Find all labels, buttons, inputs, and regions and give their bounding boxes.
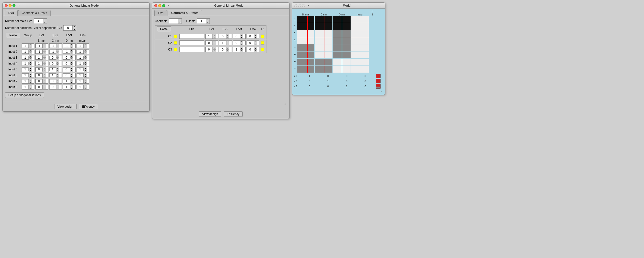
ev2-1-down[interactable]: ▼ <box>56 46 59 48</box>
ev1-8-spinner[interactable]: ▲▼ <box>35 84 48 90</box>
ev4-8-up[interactable]: ▲ <box>84 85 87 87</box>
ev2-4-input[interactable] <box>49 62 56 66</box>
ev3-1-down[interactable]: ▼ <box>70 46 73 48</box>
ev3-8-down[interactable]: ▼ <box>70 87 73 89</box>
ev1-2-down[interactable]: ▼ <box>43 52 46 54</box>
group-3-down[interactable]: ▼ <box>29 58 32 60</box>
group-4-input[interactable] <box>22 62 29 66</box>
ev4-2-spinner[interactable]: ▲▼ <box>76 49 89 54</box>
tab-evs-2[interactable]: EVs <box>154 10 167 16</box>
group-4-spinner[interactable]: ▲▼ <box>22 61 34 66</box>
ev3-5-input[interactable] <box>63 68 70 71</box>
view-design-button-2[interactable]: View design <box>199 111 221 117</box>
c1-ev4-input[interactable] <box>247 34 254 38</box>
group-7-up[interactable]: ▲ <box>29 79 32 81</box>
ev3-1-up[interactable]: ▲ <box>70 44 73 46</box>
ev2-3-input[interactable] <box>49 56 56 60</box>
c2-ev3-spinner[interactable]: ▲▼ <box>233 40 246 45</box>
group-6-down[interactable]: ▼ <box>29 75 32 78</box>
group-3-up[interactable]: ▲ <box>29 56 32 58</box>
c2-ev1-spinner[interactable]: ▲▼ <box>205 40 218 45</box>
group-2-down[interactable]: ▼ <box>29 52 32 54</box>
add-evs-spinner[interactable]: 0 ▲ ▼ <box>63 25 76 31</box>
contrasts-down[interactable]: ▼ <box>178 21 182 24</box>
group-5-spinner[interactable]: ▲▼ <box>22 67 34 72</box>
c2-ev4-input[interactable] <box>247 41 254 45</box>
ev3-4-up[interactable]: ▲ <box>70 61 73 64</box>
group-3-input[interactable] <box>22 56 29 60</box>
ev3-5-down[interactable]: ▼ <box>70 70 73 72</box>
c3-ev4-up[interactable]: ▲ <box>254 47 257 50</box>
setup-ortho-button[interactable]: Setup orthogonalisations <box>5 92 44 98</box>
contrast-title-input-3[interactable] <box>179 47 204 52</box>
ev2-3-spinner[interactable]: ▲▼ <box>49 55 62 60</box>
ev3-4-input[interactable] <box>63 62 70 66</box>
c3-ev3-spinner[interactable]: ▲▼ <box>233 47 246 52</box>
ev2-4-up[interactable]: ▲ <box>56 61 59 64</box>
ev4-4-input[interactable] <box>77 62 84 66</box>
c2-ev1-input[interactable] <box>206 41 212 45</box>
ev1-7-spinner[interactable]: ▲▼ <box>35 79 48 84</box>
ev3-7-down[interactable]: ▼ <box>70 81 73 84</box>
c3-ev3-up[interactable]: ▲ <box>240 47 243 50</box>
group-1-up[interactable]: ▲ <box>29 44 32 46</box>
minimize-button-2[interactable] <box>158 4 161 7</box>
ev2-5-spinner[interactable]: ▲▼ <box>49 67 62 72</box>
ev1-4-down[interactable]: ▼ <box>43 64 46 66</box>
tab-evs-1[interactable]: EVs <box>5 10 18 16</box>
group-8-down[interactable]: ▼ <box>29 87 32 89</box>
ev2-6-spinner[interactable]: ▲▼ <box>49 73 62 78</box>
ev2-2-input[interactable] <box>49 50 56 54</box>
close-button-1[interactable] <box>5 4 8 7</box>
c1-ev1-up[interactable]: ▲ <box>213 34 216 36</box>
ev3-8-up[interactable]: ▲ <box>70 85 73 87</box>
yellow-sq-1[interactable] <box>173 33 178 40</box>
ev1-8-down[interactable]: ▼ <box>43 87 46 89</box>
c2-ev4-spinner[interactable]: ▲▼ <box>246 40 259 45</box>
ev4-7-down[interactable]: ▼ <box>84 81 87 84</box>
ev3-6-input[interactable] <box>63 73 70 77</box>
ev4-8-spinner[interactable]: ▲▼ <box>76 84 89 90</box>
ftests-down[interactable]: ▼ <box>206 21 210 24</box>
c3-ev2-spinner[interactable]: ▲▼ <box>219 47 232 52</box>
ev2-6-up[interactable]: ▲ <box>56 73 59 75</box>
ev2-1-input[interactable] <box>49 44 56 48</box>
view-design-button-1[interactable]: View design <box>54 104 76 110</box>
c2-ev2-spinner[interactable]: ▲▼ <box>219 40 232 45</box>
ev3-1-input[interactable] <box>63 44 70 48</box>
ev1-5-up[interactable]: ▲ <box>43 67 46 70</box>
contrasts-spinner[interactable]: 3 ▲ ▼ <box>169 18 182 24</box>
c3-ev1-spinner[interactable]: ▲▼ <box>205 47 218 52</box>
group-6-up[interactable]: ▲ <box>29 73 32 75</box>
ev4-8-input[interactable] <box>77 85 84 89</box>
group-4-up[interactable]: ▲ <box>29 61 32 64</box>
ev1-3-up[interactable]: ▲ <box>43 56 46 58</box>
maximize-button-3[interactable] <box>302 4 305 7</box>
ev3-8-input[interactable] <box>63 85 70 89</box>
group-8-up[interactable]: ▲ <box>29 85 32 87</box>
yellow-sq-2[interactable] <box>173 40 178 46</box>
c1-ev2-input[interactable] <box>219 34 226 38</box>
ev2-5-down[interactable]: ▼ <box>56 70 59 72</box>
c2-ev3-input[interactable] <box>233 41 240 45</box>
ev4-2-input[interactable] <box>77 50 84 54</box>
ev4-6-spinner[interactable]: ▲▼ <box>76 73 89 78</box>
ev2-8-up[interactable]: ▲ <box>56 85 59 87</box>
ev1-3-input[interactable] <box>36 56 42 60</box>
ev1-6-input[interactable] <box>36 73 42 77</box>
ev1-1-up[interactable]: ▲ <box>43 44 46 46</box>
maximize-button-2[interactable] <box>162 4 165 7</box>
c1-ev3-input[interactable] <box>233 34 240 38</box>
minimize-button-1[interactable] <box>8 4 12 7</box>
c1-ev4-up[interactable]: ▲ <box>254 34 257 36</box>
group-4-down[interactable]: ▼ <box>29 64 32 66</box>
ev2-3-up[interactable]: ▲ <box>56 56 59 58</box>
group-7-down[interactable]: ▼ <box>29 81 32 84</box>
efficiency-button-2[interactable]: Efficiency <box>224 111 243 117</box>
ev1-3-down[interactable]: ▼ <box>43 58 46 60</box>
ev4-1-spinner[interactable]: ▲▼ <box>76 44 89 48</box>
group-2-input[interactable] <box>22 50 29 54</box>
ev3-3-up[interactable]: ▲ <box>70 56 73 58</box>
ftests-up[interactable]: ▲ <box>206 19 210 21</box>
c3-ev4-spinner[interactable]: ▲▼ <box>246 47 259 52</box>
